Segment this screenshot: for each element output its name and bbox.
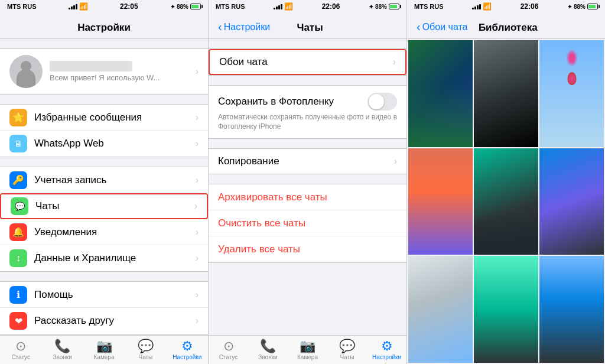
- settings-nav-bar: Настройки: [0, 13, 208, 39]
- carrier-3: MTS RUS: [414, 3, 444, 10]
- settings-row-share[interactable]: ❤ Рассказать другу ›: [0, 308, 208, 334]
- wallpaper-thumb-7[interactable]: [408, 256, 473, 363]
- profile-row[interactable]: Всем привет! Я использую W... ›: [0, 49, 208, 94]
- signal-icon-3: [472, 4, 481, 9]
- library-back-button[interactable]: ‹ Обои чата: [417, 20, 468, 34]
- whatsapp-web-chevron: ›: [196, 138, 199, 149]
- starred-label: Избранные сообщения: [34, 112, 196, 124]
- wallpaper-thumb-6[interactable]: [539, 148, 604, 255]
- wallpaper-thumb-2[interactable]: [474, 40, 538, 147]
- save-photos-toggle[interactable]: [367, 93, 397, 110]
- tab-chats-1[interactable]: 💬 Чаты: [125, 336, 166, 364]
- starred-icon: ⭐: [9, 109, 27, 126]
- battery-percent-2: 88%: [375, 4, 387, 10]
- tab-settings-icon-2: ⚙: [381, 340, 393, 353]
- tab-chats-2[interactable]: 💬 Чаты: [327, 336, 367, 364]
- starred-chevron: ›: [196, 112, 199, 123]
- tab-calls-1[interactable]: 📞 Звонки: [41, 336, 83, 364]
- back-chevron-3: ‹: [417, 20, 421, 34]
- tab-calls-2[interactable]: 📞 Звонки: [248, 336, 288, 364]
- time-1: 22:05: [120, 2, 138, 11]
- settings-row-help[interactable]: ℹ Помощь ›: [0, 282, 208, 308]
- battery-percent-3: 88%: [574, 4, 586, 10]
- back-chevron-2: ‹: [218, 20, 222, 34]
- status-bar-1: MTS RUS 📶 22:05 ✦ 88%: [0, 0, 208, 13]
- save-photos-row: Сохранить в Фотопленку Автоматически сох…: [209, 85, 406, 139]
- settings-row-whatsapp-web[interactable]: 🖥 WhatsApp Web ›: [0, 131, 208, 157]
- account-label: Учетная запись: [34, 174, 196, 186]
- wallpaper-thumb-5[interactable]: [474, 148, 538, 255]
- action-archive[interactable]: Архивировать все чаты: [209, 184, 406, 210]
- tab-status-1[interactable]: ⊙ Статус: [0, 336, 41, 364]
- chats-nav-title: Чаты: [297, 22, 323, 34]
- wallpaper-thumb-8[interactable]: [474, 256, 538, 363]
- settings-content: Всем привет! Я использую W... › ⭐ Избран…: [0, 39, 208, 335]
- wallpaper-list: Обои чата ›: [209, 48, 406, 76]
- time-2: 22:06: [322, 2, 340, 11]
- wallpaper-thumb-4[interactable]: [408, 148, 473, 255]
- tab-camera-1[interactable]: 📷 Камера: [83, 336, 125, 364]
- settings-section-2: 🔑 Учетная запись › 💬 Чаты › 🔔 Уведомлени…: [0, 167, 208, 272]
- data-icon: ↕: [9, 249, 27, 267]
- share-chevron: ›: [196, 316, 199, 326]
- battery-percent-1: 88%: [177, 4, 188, 10]
- tab-settings-icon-1: ⚙: [181, 340, 193, 353]
- help-chevron: ›: [196, 290, 199, 300]
- tab-status-icon-1: ⊙: [15, 340, 26, 353]
- notifications-label: Уведомления: [34, 226, 196, 238]
- tab-settings-1[interactable]: ⚙ Настройки: [167, 336, 208, 364]
- copy-row[interactable]: Копирование ›: [209, 148, 406, 174]
- carrier-1: MTS RUS: [7, 3, 37, 10]
- settings-list-2: 🔑 Учетная запись › 💬 Чаты › 🔔 Уведомлени…: [0, 167, 208, 272]
- action-archive-label: Архивировать все чаты: [218, 191, 327, 203]
- action-delete[interactable]: Удалить все чаты: [209, 236, 406, 262]
- wallpaper-row[interactable]: Обои чата ›: [209, 49, 406, 75]
- tab-camera-2[interactable]: 📷 Камера: [288, 336, 327, 364]
- wifi-icon-1: 📶: [79, 2, 88, 11]
- tab-settings-label-2: Настройки: [372, 354, 401, 360]
- save-photos-desc: Автоматически сохранять полученные фото …: [218, 113, 397, 131]
- settings-panel: MTS RUS 📶 22:05 ✦ 88% Настройки: [0, 0, 208, 364]
- settings-row-data[interactable]: ↕ Данные и Хранилище ›: [0, 245, 208, 271]
- tab-calls-icon-2: 📞: [260, 340, 276, 353]
- wifi-icon-2: 📶: [284, 2, 293, 11]
- chats-back-button[interactable]: ‹ Настройки: [218, 20, 270, 34]
- bluetooth-icon-1: ✦: [170, 4, 175, 10]
- data-label: Данные и Хранилище: [34, 252, 196, 264]
- settings-row-chats[interactable]: 💬 Чаты ›: [0, 193, 208, 219]
- tab-camera-label-2: Камера: [297, 354, 318, 360]
- settings-list-1: ⭐ Избранные сообщения › 🖥 WhatsApp Web ›: [0, 104, 208, 157]
- profile-name: [50, 61, 132, 72]
- action-delete-label: Удалить все чаты: [218, 243, 300, 255]
- wallpaper-thumb-9[interactable]: [539, 256, 604, 363]
- tab-chats-icon-1: 💬: [138, 340, 154, 353]
- tab-calls-label-1: Звонки: [53, 354, 71, 360]
- battery-icon-2: [389, 4, 399, 9]
- chats-chevron: ›: [194, 201, 197, 212]
- account-icon: 🔑: [9, 171, 27, 189]
- wifi-icon-3: 📶: [483, 2, 492, 11]
- tab-status-2[interactable]: ⊙ Статус: [209, 336, 248, 364]
- signal-icon-2: [274, 4, 282, 9]
- status-icons-2: ✦ 88%: [369, 4, 399, 10]
- tab-status-label-2: Статус: [219, 354, 238, 360]
- tab-settings-2[interactable]: ⚙ Настройки: [367, 336, 406, 364]
- save-photos-header: Сохранить в Фотопленку: [218, 93, 397, 110]
- action-clear[interactable]: Очистить все чаты: [209, 210, 406, 236]
- settings-row-starred[interactable]: ⭐ Избранные сообщения ›: [0, 105, 208, 131]
- profile-info: Всем привет! Я использую W...: [50, 61, 193, 82]
- tab-bar-2: ⊙ Статус 📞 Звонки 📷 Камера 💬 Чаты ⚙ Наст…: [209, 335, 406, 364]
- settings-row-notifications[interactable]: 🔔 Уведомления ›: [0, 219, 208, 245]
- settings-row-account[interactable]: 🔑 Учетная запись ›: [0, 167, 208, 193]
- library-nav-title: Библиотека: [479, 22, 538, 34]
- wallpaper-thumb-1[interactable]: [408, 40, 473, 147]
- save-photos-label: Сохранить в Фотопленку: [218, 96, 334, 108]
- battery-icon-1: [190, 4, 201, 9]
- tab-chats-label-1: Чаты: [139, 354, 153, 360]
- status-bar-3: MTS RUS 📶 22:06 ✦ 88%: [407, 0, 605, 13]
- tab-chats-icon-2: 💬: [339, 340, 355, 353]
- wallpaper-thumb-3[interactable]: [539, 40, 604, 147]
- whatsapp-web-icon: 🖥: [9, 135, 27, 152]
- tab-camera-icon-1: 📷: [96, 340, 112, 353]
- status-icons-3: ✦ 88%: [567, 4, 598, 10]
